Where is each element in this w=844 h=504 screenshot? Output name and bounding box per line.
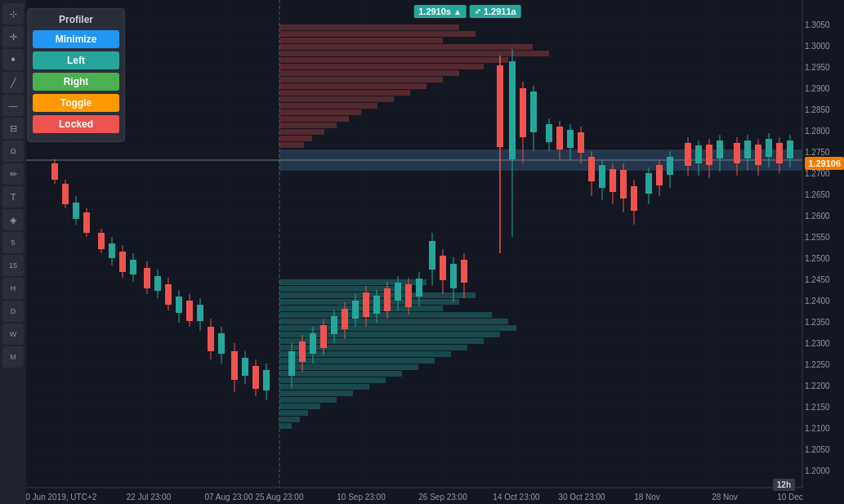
svg-rect-203 (787, 140, 793, 158)
svg-rect-127 (331, 316, 337, 334)
svg-rect-56 (279, 410, 308, 416)
cursor-tool[interactable]: ⊹ (2, 3, 24, 25)
svg-text:1.2200: 1.2200 (805, 381, 830, 390)
ask-price-badge: ⤢ 1.2911a (470, 5, 521, 18)
svg-rect-111 (231, 351, 238, 380)
svg-rect-151 (461, 260, 467, 283)
svg-rect-133 (363, 292, 369, 317)
svg-rect-109 (218, 333, 225, 354)
svg-rect-83 (73, 203, 79, 219)
profiler-locked-btn[interactable]: Locked (33, 115, 119, 133)
profiler-toggle-btn[interactable]: Toggle (33, 94, 119, 112)
svg-rect-89 (109, 243, 115, 258)
horizontal-tool[interactable]: — (2, 95, 24, 116)
chart-svg[interactable]: 1.3050 1.3000 1.2950 1.2900 1.2850 1.280… (26, 0, 844, 504)
text-tool[interactable]: T (2, 186, 24, 207)
ask-price-value: 1.2911a (484, 7, 516, 16)
svg-rect-54 (279, 397, 337, 403)
svg-rect-61 (279, 38, 443, 43)
m5-tool[interactable]: 5 (2, 232, 24, 253)
fib-tool[interactable]: Ω (2, 140, 24, 162)
svg-text:26 Sep 23:00: 26 Sep 23:00 (418, 493, 467, 502)
profiler-left-btn[interactable]: Left (33, 51, 119, 69)
svg-rect-79 (51, 163, 58, 180)
svg-rect-129 (342, 309, 348, 329)
svg-rect-87 (98, 233, 105, 249)
svg-rect-177 (631, 186, 637, 211)
svg-rect-117 (263, 370, 270, 390)
svg-rect-85 (83, 212, 90, 233)
d1-tool[interactable]: D (2, 301, 24, 322)
channel-tool[interactable]: ⊟ (2, 118, 24, 139)
svg-rect-68 (279, 83, 426, 89)
svg-rect-76 (279, 136, 312, 141)
svg-rect-179 (645, 173, 652, 194)
profiler-minimize-btn[interactable]: Minimize (33, 30, 119, 48)
price-tool[interactable]: ◈ (2, 209, 24, 230)
svg-text:28 Nov: 28 Nov (712, 493, 738, 502)
svg-text:1.2950: 1.2950 (805, 63, 830, 72)
svg-text:30 Oct 23:00: 30 Oct 23:00 (558, 493, 605, 502)
svg-rect-171 (599, 165, 605, 188)
svg-rect-74 (279, 123, 337, 128)
svg-text:1.2300: 1.2300 (805, 339, 830, 348)
svg-rect-95 (144, 268, 150, 288)
svg-text:1.2250: 1.2250 (805, 360, 830, 369)
svg-rect-189 (706, 145, 712, 165)
svg-text:1.2800: 1.2800 (805, 127, 830, 136)
timeframe-badge[interactable]: 12h (773, 479, 795, 491)
chart-container[interactable]: 1.2910s ▲ ⤢ 1.2911a 1.29106 12h (26, 0, 844, 504)
svg-rect-121 (299, 341, 306, 362)
svg-rect-195 (744, 140, 751, 158)
svg-rect-115 (252, 366, 259, 389)
m15-tool[interactable]: 15 (2, 255, 24, 276)
crosshair-tool[interactable]: ✛ (2, 26, 24, 47)
svg-rect-91 (119, 252, 126, 272)
svg-text:10 Dec: 10 Dec (777, 493, 803, 502)
svg-rect-135 (373, 296, 380, 314)
svg-text:1.2450: 1.2450 (805, 275, 830, 284)
svg-rect-199 (766, 139, 772, 157)
svg-rect-72 (279, 109, 361, 115)
ask-arrow-icon: ⤢ (475, 7, 481, 16)
svg-text:25 Aug 23:00: 25 Aug 23:00 (256, 493, 304, 502)
svg-rect-153 (509, 61, 516, 159)
svg-rect-193 (734, 143, 740, 163)
svg-rect-131 (352, 301, 359, 319)
svg-rect-77 (279, 142, 304, 148)
bid-price-value: 1.2910s (418, 7, 451, 16)
bid-price-badge: 1.2910s ▲ (413, 5, 467, 18)
svg-rect-145 (429, 241, 435, 270)
svg-text:10 Sep 23:00: 10 Sep 23:00 (337, 493, 386, 502)
svg-rect-141 (405, 284, 412, 307)
svg-rect-161 (546, 124, 552, 142)
dot-tool[interactable]: • (2, 49, 24, 70)
svg-text:1.2350: 1.2350 (805, 318, 830, 327)
svg-rect-58 (279, 423, 292, 429)
svg-rect-185 (685, 143, 691, 166)
svg-rect-99 (165, 284, 172, 305)
profiler-popup: Profiler Minimize Left Right Toggle Lock… (27, 8, 125, 142)
bid-arrow-icon: ▲ (453, 7, 462, 16)
w1-tool[interactable]: W (2, 323, 24, 345)
svg-rect-137 (384, 288, 391, 311)
h1-tool[interactable]: H (2, 278, 24, 299)
svg-rect-52 (279, 384, 369, 390)
svg-rect-46 (279, 345, 467, 350)
brush-tool[interactable]: ✏ (2, 163, 24, 185)
profiler-right-btn[interactable]: Right (33, 73, 119, 91)
svg-rect-163 (556, 127, 563, 149)
svg-rect-57 (279, 417, 300, 422)
svg-rect-143 (416, 279, 422, 297)
svg-rect-41 (279, 312, 492, 318)
svg-rect-65 (279, 64, 484, 69)
svg-rect-67 (279, 77, 443, 83)
trend-tool[interactable]: ╱ (2, 72, 24, 93)
svg-rect-123 (310, 333, 316, 354)
svg-rect-125 (320, 325, 327, 348)
svg-rect-159 (497, 65, 503, 147)
svg-rect-155 (520, 88, 526, 137)
m1-tool[interactable]: M (2, 346, 24, 368)
svg-rect-165 (567, 130, 574, 148)
svg-text:30 Jun 2019, UTC+2: 30 Jun 2019, UTC+2 (26, 493, 97, 502)
